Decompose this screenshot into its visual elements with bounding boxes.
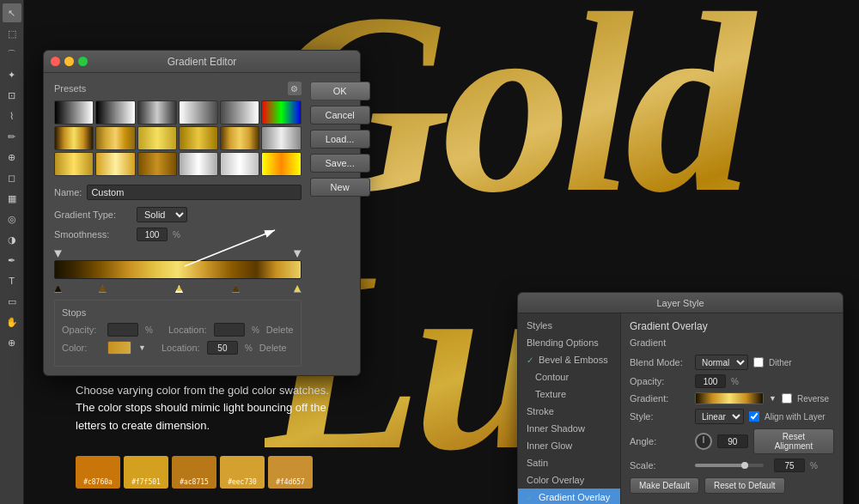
panel-bottom-buttons: Make Default Reset to Default — [630, 477, 834, 494]
minimize-window-button[interactable] — [64, 57, 74, 66]
save-button[interactable]: Save... — [310, 154, 370, 173]
brush-tool[interactable]: ✏ — [3, 127, 21, 146]
close-window-button[interactable] — [51, 57, 60, 66]
cancel-button[interactable]: Cancel — [310, 106, 370, 124]
crop-tool[interactable]: ⊡ — [3, 86, 21, 105]
gradient-tool[interactable]: ▦ — [3, 189, 21, 208]
scale-slider-thumb[interactable] — [741, 462, 748, 469]
preset-1[interactable] — [54, 100, 94, 124]
sidebar-stroke[interactable]: Stroke — [518, 403, 620, 420]
ok-button[interactable]: OK — [310, 82, 370, 100]
preset-13[interactable] — [54, 152, 94, 176]
sidebar-contour[interactable]: Contour — [518, 368, 620, 386]
preset-7[interactable] — [54, 126, 94, 150]
text-tool[interactable]: T — [3, 271, 21, 290]
eyedropper-tool[interactable]: ⌇ — [3, 106, 21, 125]
presets-section-header: Presets ⚙ — [54, 82, 302, 95]
marquee-tool[interactable]: ⬚ — [3, 24, 21, 43]
preset-2[interactable] — [95, 100, 135, 124]
reset-default-button[interactable]: Reset to Default — [704, 477, 785, 494]
dither-checkbox[interactable] — [753, 357, 764, 367]
preset-10[interactable] — [179, 126, 218, 150]
sidebar-blending[interactable]: Blending Options — [518, 334, 620, 351]
presets-gear-button[interactable]: ⚙ — [288, 82, 302, 95]
preset-18[interactable] — [261, 152, 301, 176]
gradient-type-select[interactable]: Solid Noise — [137, 207, 187, 222]
magic-wand-tool[interactable]: ✦ — [3, 65, 21, 84]
sidebar-inner-glow[interactable]: Inner Glow — [518, 437, 620, 454]
preset-12[interactable] — [261, 126, 301, 150]
instruction-line2: The color stops should mimic light bounc… — [76, 401, 326, 414]
eraser-tool[interactable]: ◻ — [3, 168, 21, 187]
preset-3[interactable] — [137, 100, 177, 124]
lasso-tool[interactable]: ⌒ — [3, 45, 21, 64]
dither-label: Dither — [769, 358, 792, 367]
sidebar-styles[interactable]: Styles — [518, 317, 620, 334]
gradient-preview-bar[interactable] — [695, 392, 764, 404]
swatch-1[interactable]: #c8760a — [76, 456, 120, 489]
opacity-location-input[interactable] — [214, 323, 245, 337]
pen-tool[interactable]: ✒ — [3, 251, 21, 270]
reset-alignment-button[interactable]: Reset Alignment — [753, 428, 834, 454]
opacity-delete-button[interactable]: Delete — [266, 325, 294, 335]
blend-mode-select[interactable]: Normal Multiply Screen — [695, 355, 748, 370]
gradient-dropdown-arrow[interactable]: ▼ — [769, 394, 777, 403]
opacity-value-input[interactable] — [107, 323, 138, 337]
color-stop-3[interactable] — [232, 285, 240, 293]
swatch-4[interactable]: #eec730 — [220, 456, 265, 489]
color-stop-2-selected[interactable] — [175, 285, 183, 293]
preset-14[interactable] — [95, 152, 135, 176]
color-dropdown-arrow[interactable]: ▼ — [138, 343, 146, 352]
color-stop-0[interactable] — [54, 285, 62, 293]
preset-11[interactable] — [220, 126, 259, 150]
opacity-stop-left[interactable] — [54, 250, 62, 258]
sidebar-color-overlay[interactable]: Color Overlay — [518, 471, 620, 489]
make-default-button[interactable]: Make Default — [630, 477, 699, 494]
smoothness-input[interactable] — [137, 228, 168, 241]
zoom-tool[interactable]: ⊕ — [3, 333, 21, 352]
style-select[interactable]: Linear Radial Angle — [695, 409, 744, 424]
move-tool[interactable]: ↖ — [3, 3, 21, 22]
clone-tool[interactable]: ⊕ — [3, 148, 21, 167]
swatch-2[interactable]: #f7f501 — [124, 456, 168, 489]
load-button[interactable]: Load... — [310, 130, 370, 149]
dodge-tool[interactable]: ◑ — [3, 230, 21, 249]
preset-8[interactable] — [95, 126, 135, 150]
reverse-checkbox[interactable] — [782, 393, 792, 404]
preset-5[interactable] — [220, 100, 259, 124]
sidebar-inner-shadow[interactable]: Inner Shadow — [518, 420, 620, 437]
color-location-input[interactable] — [207, 341, 238, 355]
sidebar-texture[interactable]: Texture — [518, 386, 620, 403]
layer-style-sidebar: Styles Blending Options Bevel & Emboss C… — [518, 313, 621, 504]
scale-slider[interactable] — [695, 464, 764, 467]
color-delete-button[interactable]: Delete — [259, 343, 287, 353]
sidebar-bevel[interactable]: Bevel & Emboss — [518, 351, 620, 368]
opacity-stop-right[interactable] — [294, 250, 302, 258]
angle-input[interactable] — [717, 434, 748, 448]
swatch-3[interactable]: #ac8715 — [172, 456, 216, 489]
swatch-5[interactable]: #f4d657 — [268, 456, 313, 489]
maximize-window-button[interactable] — [78, 57, 88, 66]
sidebar-satin[interactable]: Satin — [518, 454, 620, 471]
preset-9[interactable] — [137, 126, 177, 150]
preset-16[interactable] — [179, 152, 218, 176]
align-checkbox[interactable] — [749, 411, 759, 422]
gradient-bar[interactable] — [54, 260, 302, 279]
new-button[interactable]: New — [310, 178, 370, 197]
color-swatches-row: #c8760a #f7f501 #ac8715 #eec730 #f4d657 — [76, 456, 313, 489]
color-stop-1[interactable] — [99, 285, 107, 293]
angle-dial[interactable] — [695, 433, 712, 450]
preset-15[interactable] — [137, 152, 177, 176]
sidebar-gradient-overlay[interactable]: Gradient Overlay — [518, 489, 620, 504]
preset-6[interactable] — [261, 100, 301, 124]
color-stop-4[interactable] — [294, 285, 302, 293]
name-input[interactable] — [87, 185, 301, 200]
blur-tool[interactable]: ◎ — [3, 209, 21, 228]
preset-4[interactable] — [179, 100, 218, 124]
scale-input[interactable] — [774, 458, 805, 472]
shape-tool[interactable]: ▭ — [3, 292, 21, 311]
opacity-panel-input[interactable] — [695, 374, 726, 388]
preset-17[interactable] — [220, 152, 259, 176]
color-preview-swatch[interactable] — [107, 341, 131, 355]
hand-tool[interactable]: ✋ — [3, 313, 21, 331]
